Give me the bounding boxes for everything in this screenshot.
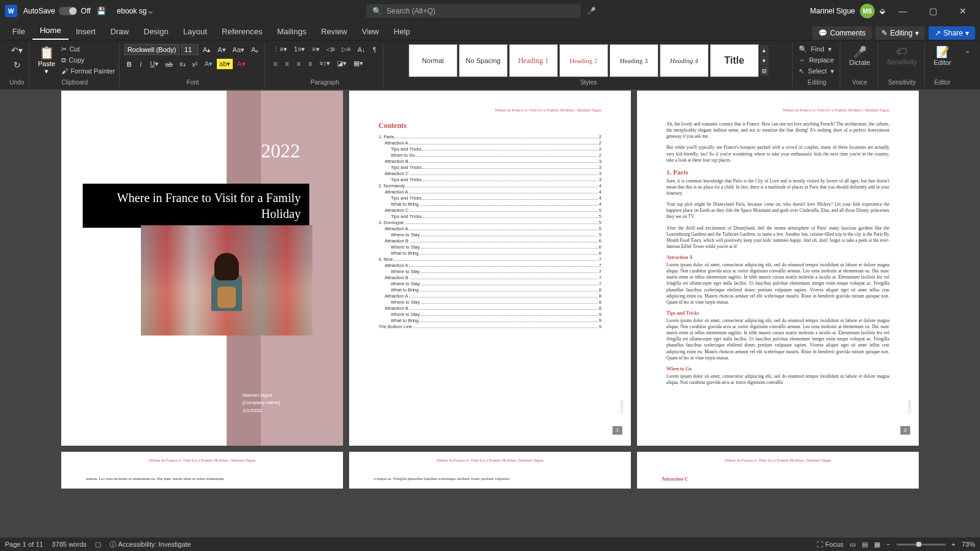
tab-design[interactable]: Design	[137, 23, 176, 40]
read-mode-button[interactable]: ▭	[850, 541, 856, 549]
style-normal[interactable]: Normal	[409, 44, 458, 77]
copy-button[interactable]: ⧉ Copy	[61, 55, 115, 65]
font-size-select[interactable]	[181, 44, 198, 55]
toggle-switch[interactable]	[59, 7, 77, 15]
line-spacing-button[interactable]: ≡↕▾	[317, 58, 333, 69]
accessibility-status[interactable]: ⓘ Accessibility: Investigate	[110, 540, 191, 549]
tab-insert[interactable]: Insert	[69, 23, 104, 40]
tab-review[interactable]: Review	[314, 23, 355, 40]
tab-file[interactable]: File	[5, 23, 32, 40]
redo-button[interactable]: ↻	[9, 59, 25, 71]
heading-tips[interactable]: Tips and Tricks	[666, 310, 889, 316]
gallery-up-icon[interactable]: ▴	[760, 45, 769, 55]
word-count[interactable]: 3785 words	[51, 541, 86, 548]
align-left-button[interactable]: ≡	[270, 59, 280, 69]
mic-icon[interactable]: 🎤	[587, 7, 596, 15]
tab-draw[interactable]: Draw	[103, 23, 136, 40]
style-title[interactable]: Title	[710, 44, 759, 77]
zoom-level[interactable]: 73%	[962, 541, 975, 548]
zoom-slider[interactable]	[897, 544, 946, 545]
shrink-font-button[interactable]: A▾	[215, 45, 228, 55]
editor-button[interactable]: 📝 Editor	[930, 44, 955, 67]
subscript-button[interactable]: x₂	[177, 59, 188, 69]
heading-paris[interactable]: 1. Paris	[666, 168, 889, 176]
chevron-down-icon[interactable]: ⌵	[148, 7, 153, 15]
style-heading3[interactable]: Heading 3	[609, 44, 658, 77]
multilevel-button[interactable]: ≡▾	[309, 44, 322, 54]
toc-title[interactable]: Contents	[379, 121, 601, 130]
select-button[interactable]: ↖ Select ▾	[797, 66, 836, 76]
zoom-in-button[interactable]: +	[952, 541, 956, 548]
undo-button[interactable]: ↶▾	[9, 44, 25, 56]
save-icon[interactable]: 💾	[97, 7, 106, 15]
style-heading4[interactable]: Heading 4	[660, 44, 709, 77]
tab-mailings[interactable]: Mailings	[270, 23, 314, 40]
tab-home[interactable]: Home	[32, 22, 69, 40]
increase-indent-button[interactable]: ▷≡	[339, 44, 353, 54]
paste-button[interactable]: 📋 Paste ▾	[34, 44, 59, 77]
web-layout-button[interactable]: ▦	[874, 541, 880, 549]
change-case-button[interactable]: Aa▾	[230, 45, 247, 55]
search-input[interactable]: 🔍 Search (Alt+Q)	[366, 4, 581, 18]
avatar[interactable]: MS	[860, 4, 875, 18]
minimize-button[interactable]: —	[890, 6, 916, 16]
style-heading1[interactable]: Heading 1	[509, 44, 558, 77]
heading-attr-a[interactable]: Attraction A	[666, 255, 889, 260]
cover-meta[interactable]: Marinel Sigue [Company name] 1/1/2022	[243, 392, 280, 415]
text-effects-button[interactable]: A▾	[202, 59, 215, 69]
page-next[interactable]: Where in France to Visit for a Family Ho…	[637, 452, 919, 489]
page-cover[interactable]: 2022 Where in France to Visit for a Fami…	[61, 91, 343, 446]
cover-image[interactable]	[141, 225, 312, 335]
collapse-ribbon-button[interactable]: ⌄	[962, 45, 973, 56]
italic-button[interactable]: I	[136, 59, 146, 69]
strike-button[interactable]: ab	[163, 59, 175, 69]
comments-button[interactable]: 💬 Comments	[812, 26, 872, 40]
underline-button[interactable]: U▾	[148, 59, 161, 69]
tab-view[interactable]: View	[355, 23, 386, 40]
tab-layout[interactable]: Layout	[176, 23, 214, 40]
cut-button[interactable]: ✂ Cut	[61, 44, 115, 54]
cover-year[interactable]: 2022	[261, 140, 300, 162]
bullets-button[interactable]: ⋮≡▾	[270, 44, 289, 54]
gallery-more-icon[interactable]: ⊟	[760, 66, 769, 76]
page-indicator[interactable]: Page 1 of 11	[5, 541, 43, 548]
toc-list[interactable]: 1. Paris2Attraction A2Tips and Tricks2Wh…	[379, 134, 601, 329]
toc-entry[interactable]: The Bottom Line9	[379, 324, 601, 329]
highlight-button[interactable]: ab▾	[217, 59, 233, 69]
print-layout-button[interactable]: ▤	[862, 541, 868, 549]
editing-mode-button[interactable]: ✎ Editing ▾	[875, 26, 925, 40]
superscript-button[interactable]: x²	[190, 59, 200, 69]
borders-button[interactable]: ▦▾	[351, 58, 366, 69]
close-button[interactable]: ✕	[951, 6, 975, 16]
document-name[interactable]: ebook sg	[117, 7, 147, 15]
gallery-nav[interactable]: ▴ ▾ ⊟	[760, 45, 769, 76]
style-heading2[interactable]: Heading 2	[559, 44, 608, 77]
align-right-button[interactable]: ≡	[293, 59, 303, 69]
gallery-down-icon[interactable]: ▾	[760, 56, 769, 66]
maximize-button[interactable]: ▢	[921, 6, 946, 16]
format-painter-button[interactable]: 🖌 Format Painter	[61, 66, 115, 76]
autosave-toggle[interactable]: AutoSave Off	[23, 7, 91, 15]
focus-mode-button[interactable]: ⛶ Focus	[816, 541, 843, 548]
page-next[interactable]: Where in France to Visit for a Family Ho…	[349, 452, 631, 489]
bold-button[interactable]: B	[124, 59, 134, 69]
ribbon-display-icon[interactable]: ⬙	[880, 7, 885, 15]
show-marks-button[interactable]: ¶	[369, 45, 379, 54]
clear-formatting-button[interactable]: Aᵩ	[249, 45, 261, 55]
justify-button[interactable]: ≡	[305, 59, 315, 69]
replace-button[interactable]: ↔ Replace	[797, 55, 836, 65]
grow-font-button[interactable]: A▴	[200, 45, 213, 55]
decrease-indent-button[interactable]: ◁≡	[324, 44, 337, 54]
tab-help[interactable]: Help	[386, 23, 418, 40]
zoom-out-button[interactable]: −	[886, 541, 890, 548]
share-button[interactable]: ↗ Share ▾	[929, 26, 975, 40]
tab-references[interactable]: References	[214, 23, 270, 40]
page-content[interactable]: Where in France to Visit for a Family Ho…	[637, 91, 919, 446]
dictate-button[interactable]: 🎤 Dictate	[845, 44, 873, 67]
shading-button[interactable]: ◪▾	[334, 58, 349, 69]
numbering-button[interactable]: 1≡▾	[292, 44, 308, 54]
username[interactable]: Marinel Sigue	[810, 7, 855, 15]
style-nospacing[interactable]: No Spacing	[459, 44, 508, 77]
heading-when[interactable]: When to Go	[666, 366, 889, 372]
page-next[interactable]: Where in France to Visit for a Family Ho…	[61, 452, 343, 489]
